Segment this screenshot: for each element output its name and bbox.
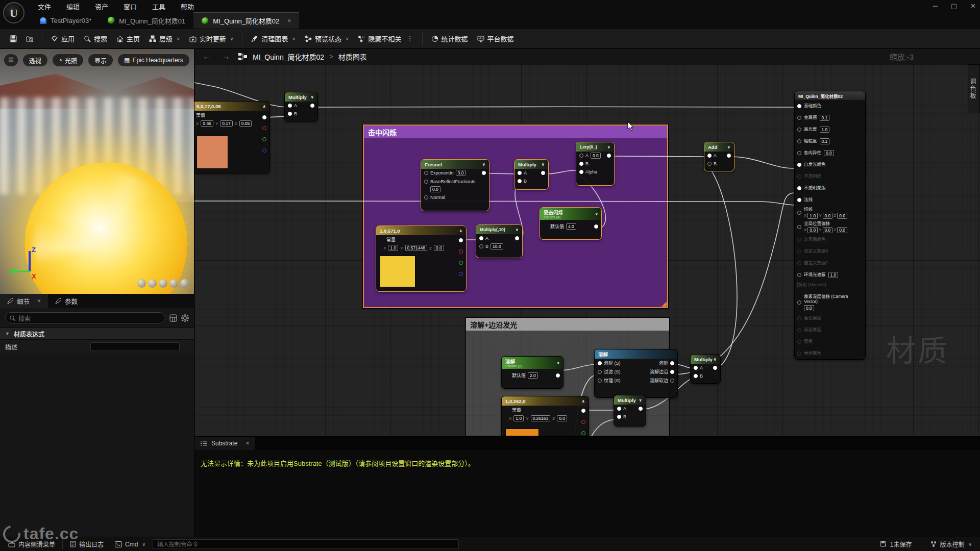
menu-5[interactable]: 帮助 [175, 0, 200, 13]
cube-shape-button[interactable] [169, 279, 178, 288]
output-pin[interactable] [515, 236, 519, 240]
output-pin[interactable] [607, 154, 611, 158]
plane-shape-button[interactable] [159, 279, 167, 288]
material-input-pin[interactable] [797, 300, 801, 305]
input-pin-a[interactable] [518, 171, 522, 175]
input-pin-basereflect[interactable] [424, 180, 428, 184]
tab-parameters[interactable]: 参数 [48, 294, 85, 308]
material-input-pin[interactable] [797, 104, 801, 108]
toolbar-platform-stats-button[interactable]: 平台数据 [473, 31, 519, 46]
console-command-input[interactable]: 输入控制台命令 [153, 539, 459, 549]
node-param-dissolve[interactable]: 溶解∨Param (2) 默认值2.0 [501, 356, 564, 389]
input-pin-a[interactable] [579, 154, 583, 158]
toolbar-search-button[interactable]: 搜索 [79, 31, 112, 46]
node-fresnel[interactable]: Fresnel∨ ExponentIn3.0 BaseReflectFracti… [421, 159, 489, 211]
value-box[interactable]: 0.1 [820, 115, 830, 121]
color-swatch[interactable] [505, 429, 539, 436]
node-multiply-10[interactable]: Multiply(,10)∨ A B10.0 [476, 224, 523, 258]
toolbar-stats-button[interactable]: 统计数据 [427, 31, 473, 46]
menu-3[interactable]: 窗口 [117, 0, 143, 13]
input-pin-b[interactable] [288, 112, 292, 116]
input-pin-a[interactable] [479, 236, 483, 240]
toolbar-hierarchy-button[interactable]: 层级∨ [144, 31, 185, 46]
material-pin-1[interactable]: 金属感0.1 [795, 112, 865, 123]
material-graph-canvas[interactable]: 击中闪烁 溶解+边沿发光 5,0,17,0 [194, 64, 980, 436]
menu-2[interactable]: 资产 [89, 0, 114, 13]
output-pin-r[interactable] [581, 420, 585, 424]
material-pin-0[interactable]: 基础颜色 [795, 100, 865, 112]
details-search-input[interactable]: 搜索 [5, 312, 165, 323]
collapse-icon[interactable]: ∧ [263, 104, 266, 109]
input-pin-a[interactable] [707, 154, 712, 158]
material-expression-section[interactable]: ▼ 材质表达式 [0, 328, 194, 340]
revision-control-button[interactable]: 版本控制∨ [926, 539, 976, 549]
unsaved-button[interactable]: * 1未保存 [876, 539, 916, 549]
toolbar-preview-state-button[interactable]: 预览状态∨ [300, 31, 354, 46]
value-box[interactable]: 0.0 [804, 305, 814, 311]
viewport-lit-button[interactable]: ◔光照 [53, 54, 83, 66]
kebab-menu-icon[interactable]: ⋮ [407, 35, 413, 42]
node-param-hit-flash[interactable]: 受击闪烁∨Param (4) 默认值4.0 [540, 207, 602, 240]
input-pin-b[interactable] [579, 162, 583, 166]
value-box[interactable]: 0.0 [824, 150, 834, 156]
cmd-selector[interactable]: Cmd∨ [111, 540, 150, 549]
collapse-icon[interactable]: ∧ [459, 229, 463, 233]
output-pin[interactable] [556, 373, 560, 378]
value-box[interactable]: 1.0 [820, 127, 830, 133]
material-input-pin[interactable] [797, 151, 801, 155]
asset-tab-2[interactable]: MI_Quinn_简化材质02× [193, 12, 299, 29]
output-pin-softedge[interactable] [670, 379, 674, 383]
output-pin-r[interactable] [262, 126, 266, 130]
viewport-viewport-menu-button[interactable]: ☰ [4, 54, 18, 66]
gear-icon[interactable] [181, 314, 189, 322]
material-input-pin[interactable] [797, 186, 801, 190]
node-lerp[interactable]: Lerp(0_)∨ A0.0 B Alpha [576, 142, 615, 186]
value-box[interactable]: 1.0 [828, 272, 839, 278]
value-box[interactable]: 0.0 [823, 213, 833, 219]
palette-vertical-tab[interactable]: 调色板 [968, 64, 980, 113]
output-pin[interactable] [713, 366, 717, 370]
node-multiply-c[interactable]: Multiply∨ A B [690, 354, 721, 384]
output-pin[interactable] [310, 104, 314, 108]
material-pin-8[interactable]: 法线 [795, 194, 865, 206]
tab-details[interactable]: 细节 × [0, 294, 48, 308]
node-multiply-d[interactable]: Multiply∨ A B [614, 395, 646, 427]
output-pin[interactable] [541, 171, 545, 175]
material-input-pin[interactable] [797, 273, 801, 277]
material-pin-7[interactable]: 不透明蒙版 [795, 182, 865, 194]
breadcrumb-asset[interactable]: MI_Quinn_简化材质02 [253, 52, 324, 62]
tab-substrate[interactable]: Substrate × [194, 437, 255, 450]
node-constant3vector-a[interactable]: 5,0,17,0.05∧ 常量 X0.65 Y0.17 Z0.05 [194, 101, 270, 173]
value-box[interactable]: 1.0 [807, 213, 818, 219]
description-input[interactable] [90, 342, 180, 351]
node-dissolve-function[interactable]: 溶解 溶解 (S)溶解 过渡 (S)溶解边沿 纹理 (S)溶解软边 [594, 349, 678, 398]
input-pin-b[interactable] [694, 374, 698, 378]
toolbar-home-button[interactable]: 主页 [112, 31, 144, 46]
toolbar-save-button[interactable] [5, 33, 21, 45]
menu-0[interactable]: 文件 [32, 0, 57, 13]
output-pin-dissolve[interactable] [670, 361, 674, 365]
input-pin-b[interactable] [707, 162, 712, 166]
material-input-pin[interactable] [797, 225, 801, 229]
asset-tab-0[interactable]: TestPlayer03* [32, 12, 100, 29]
value-box[interactable]: 0.0 [837, 227, 847, 233]
input-pin-texture[interactable] [598, 379, 602, 383]
cylinder-shape-button[interactable] [137, 279, 146, 288]
output-pin[interactable] [581, 409, 585, 413]
input-pin-alpha[interactable] [579, 170, 583, 174]
sphere-shape-button[interactable] [148, 279, 157, 288]
maximize-button[interactable]: ▢ [951, 2, 957, 10]
grid-view-icon[interactable] [169, 314, 177, 322]
output-pin-r[interactable] [459, 249, 463, 254]
output-pin[interactable] [594, 224, 598, 229]
teapot-shape-button[interactable] [180, 279, 189, 288]
material-pin-10[interactable]: 全局位置偏移X0.0Y0.0Z0.0 [795, 220, 865, 234]
output-pin[interactable] [262, 115, 266, 119]
material-pin-16[interactable]: 像素深度偏移 (Camera Vector)0.0 [795, 293, 865, 313]
close-details-tab[interactable]: × [37, 297, 41, 305]
toolbar-clean-graph-button[interactable]: 清理图表∨ [247, 31, 300, 46]
node-constant3vector-b[interactable]: 1,0.571,0∧ 常量 X1.0 Y0.571448 Z0.0 [376, 226, 467, 292]
input-pin-b[interactable] [518, 179, 522, 183]
unreal-logo-icon[interactable]: U [3, 2, 24, 23]
material-input-pin[interactable] [797, 163, 801, 167]
